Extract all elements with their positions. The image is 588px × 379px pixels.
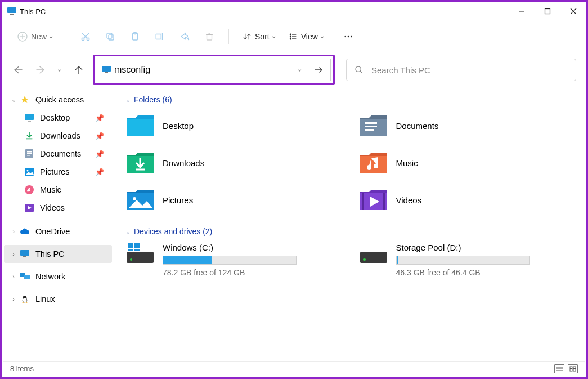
back-button[interactable] [10,61,26,78]
svg-rect-13 [109,35,114,40]
chevron-down-icon [321,32,324,41]
sidebar-onedrive[interactable]: › OneDrive [4,222,112,240]
svg-point-42 [27,170,29,172]
sidebar-item-music[interactable]: Music [4,181,112,199]
chevron-down-icon: ⌄ [10,96,17,104]
network-icon [20,271,30,282]
sidebar-item-downloads[interactable]: Downloads 📌 [4,127,112,145]
go-button[interactable] [306,59,331,81]
label: Music [396,158,418,168]
drive-icon [359,242,388,264]
label: Desktop [40,113,70,122]
label: Videos [396,195,422,205]
svg-point-26 [290,38,291,39]
svg-line-34 [360,71,362,73]
chevron-right-icon: › [10,251,17,257]
chevron-down-icon[interactable] [299,65,301,75]
share-button[interactable] [173,26,196,47]
svg-rect-32 [105,72,108,73]
sidebar-item-desktop[interactable]: Desktop 📌 [4,109,112,127]
navigation-bar: Search This PC [2,52,586,87]
large-icons-view-button[interactable] [568,364,578,373]
chevron-down-icon [273,32,275,41]
svg-rect-17 [156,34,161,39]
sidebar-quick-access[interactable]: ⌄ Quick access [4,91,112,109]
pin-icon: 📌 [95,114,104,122]
paste-button[interactable] [124,26,146,47]
label: Documents [40,149,81,158]
cloud-icon [20,226,30,237]
label: Folders (6) [134,95,172,104]
copy-button[interactable] [99,26,122,47]
address-bar[interactable] [97,59,306,81]
folder-pictures[interactable]: Pictures [125,184,342,216]
minimize-button[interactable] [509,2,535,21]
close-button[interactable] [560,2,586,21]
drive-d[interactable]: Storage Pool (D:) 46.3 GB free of 46.4 G… [359,242,576,277]
pin-icon: 📌 [95,150,104,158]
documents-folder-icon [359,113,388,138]
svg-rect-0 [7,7,16,13]
folder-videos[interactable]: Videos [359,184,576,216]
drive-c[interactable]: Windows (C:) 78.2 GB free of 124 GB [125,242,342,277]
label: Pictures [40,167,69,176]
pictures-icon [24,167,34,177]
sidebar-linux[interactable]: › Linux [4,290,112,308]
sort-button[interactable]: Sort [237,26,281,47]
up-button[interactable] [70,61,87,78]
sidebar-this-pc[interactable]: › This PC [4,245,112,263]
chevron-down-icon [59,65,61,75]
music-folder-icon [359,150,388,175]
new-button[interactable]: New [12,26,58,47]
toolbar: New Sort View [2,21,586,52]
svg-point-29 [347,35,349,37]
downloads-icon [24,131,34,141]
address-input[interactable] [114,65,295,75]
label: OneDrive [35,227,70,236]
sidebar-item-videos[interactable]: Videos [4,199,112,217]
forward-button[interactable] [32,61,49,78]
svg-rect-31 [102,66,111,72]
view-button[interactable]: View [283,26,329,47]
details-view-button[interactable] [554,364,564,373]
folder-desktop[interactable]: Desktop [125,110,342,141]
drive-label: Windows (C:) [163,243,297,252]
svg-rect-36 [28,121,31,122]
downloads-folder-icon [125,150,155,175]
more-button[interactable] [337,26,360,47]
svg-rect-46 [23,256,26,257]
rename-button[interactable] [149,26,171,47]
svg-rect-74 [570,367,572,369]
svg-rect-63 [127,252,154,263]
music-icon [24,185,34,195]
sidebar-item-documents[interactable]: Documents 📌 [4,145,112,163]
sidebar-network[interactable]: › Network [4,267,112,286]
svg-rect-35 [25,114,34,120]
folder-downloads[interactable]: Downloads [125,147,342,179]
window-title: This PC [20,7,46,16]
sidebar-item-pictures[interactable]: Pictures 📌 [4,163,112,181]
cut-button[interactable] [74,26,97,47]
svg-point-28 [344,35,346,37]
videos-folder-icon [359,188,388,212]
svg-rect-69 [360,252,387,263]
svg-rect-66 [134,243,140,248]
folder-music[interactable]: Music [359,147,576,179]
svg-rect-76 [570,369,572,371]
desktop-icon [24,113,34,123]
label: Quick access [35,95,84,104]
maximize-button[interactable] [535,2,560,21]
svg-rect-67 [128,249,133,251]
search-box[interactable]: Search This PC [346,59,576,81]
videos-icon [24,203,34,213]
folder-documents[interactable]: Documents [359,110,576,141]
svg-rect-54 [365,126,377,127]
folders-section-head[interactable]: ⌄ Folders (6) [125,95,575,104]
drive-label: Storage Pool (D:) [396,243,530,252]
delete-button[interactable] [198,26,221,47]
history-button[interactable] [55,61,65,78]
svg-point-30 [351,35,352,37]
drives-section-head[interactable]: ⌄ Devices and drives (2) [125,227,575,236]
svg-rect-39 [27,153,32,154]
label: This PC [35,249,65,258]
